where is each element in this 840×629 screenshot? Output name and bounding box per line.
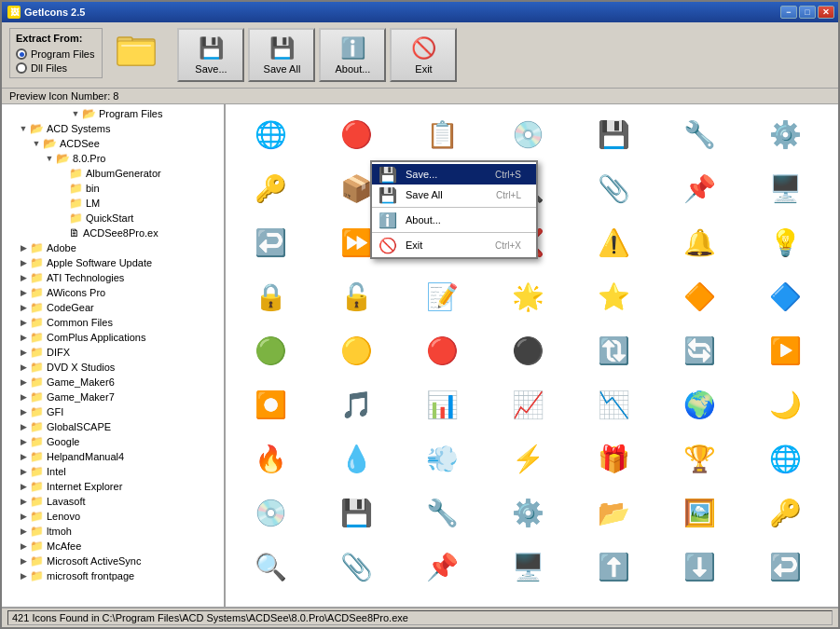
icon-cell[interactable]: 🔸 bbox=[830, 270, 838, 322]
icon-cell[interactable]: 💨 bbox=[401, 432, 483, 485]
tree-item[interactable]: ▶📁AWicons Pro bbox=[4, 285, 222, 300]
icon-cell[interactable]: ⚫ bbox=[487, 324, 569, 376]
icon-cell[interactable]: 💡 bbox=[744, 216, 826, 268]
tree-item[interactable]: 📁bin bbox=[4, 181, 222, 196]
icon-cell[interactable]: 🎨 bbox=[658, 595, 740, 607]
tree-item[interactable]: ▶📁McAfee bbox=[4, 539, 222, 554]
icon-cell[interactable]: 💾 bbox=[572, 108, 654, 160]
icon-cell[interactable]: 📎 bbox=[572, 162, 654, 214]
minimize-button[interactable]: − bbox=[780, 6, 797, 19]
icon-cell[interactable]: ⚠️ bbox=[315, 595, 397, 607]
menu-item-save[interactable]: 💾 Save... Ctrl+S bbox=[372, 164, 536, 185]
icon-cell[interactable]: ☀️ bbox=[830, 378, 838, 431]
save-button[interactable]: 💾 Save... bbox=[177, 28, 244, 82]
icon-cell[interactable]: 💡 bbox=[487, 595, 569, 607]
icon-cell[interactable]: 🔄 bbox=[658, 324, 740, 376]
icon-cell[interactable]: 🔓 bbox=[315, 270, 397, 322]
icon-cell[interactable]: 🌙 bbox=[744, 378, 826, 431]
icon-cell[interactable]: 🔑 bbox=[744, 486, 826, 539]
icon-cell[interactable]: 📉 bbox=[572, 378, 654, 431]
icon-cell[interactable]: ⬆️ bbox=[830, 162, 838, 214]
maximize-button[interactable]: □ bbox=[799, 6, 816, 19]
icon-cell[interactable]: 📝 bbox=[401, 270, 483, 322]
menu-item-save-all[interactable]: 💾 Save All Ctrl+L bbox=[372, 185, 536, 205]
icon-cell[interactable]: 📎 bbox=[315, 540, 397, 593]
tree-item[interactable]: ▶📁Lavasoft bbox=[4, 494, 222, 509]
icon-cell[interactable]: 🔑 bbox=[229, 162, 311, 214]
menu-item-about[interactable]: ℹ️ About... bbox=[372, 210, 536, 230]
tree-item[interactable]: ▶📁CodeGear bbox=[4, 300, 222, 315]
icon-cell[interactable]: ⚠️ bbox=[572, 216, 654, 268]
tree-item[interactable]: ▶📁Google bbox=[4, 434, 222, 449]
icon-cell[interactable]: 🌍 bbox=[658, 378, 740, 431]
icon-cell[interactable]: 💾 bbox=[315, 486, 397, 539]
icon-cell[interactable]: 🔓 bbox=[830, 595, 838, 607]
tree-item[interactable]: ▶📁Game_Maker7 bbox=[4, 390, 222, 404]
icon-cell[interactable]: 🔃 bbox=[572, 324, 654, 376]
tree-item[interactable]: ▶📁Common Files bbox=[4, 315, 222, 330]
icon-cell[interactable]: 🎁 bbox=[572, 432, 654, 485]
icon-cell[interactable]: 📈 bbox=[487, 378, 569, 431]
icon-cell[interactable]: 🔒 bbox=[229, 270, 311, 322]
icon-cell[interactable]: 🖥️ bbox=[744, 162, 826, 214]
icon-cell[interactable]: ⏺️ bbox=[229, 378, 311, 431]
tree-item[interactable]: ▶📁GFI bbox=[4, 404, 222, 419]
tree-item[interactable]: 🗎ACDSee8Pro.ex bbox=[4, 226, 222, 240]
icon-cell[interactable]: 💧 bbox=[315, 432, 397, 485]
exit-button[interactable]: 🚫 Exit bbox=[390, 28, 457, 82]
tree-item[interactable]: ▶📁DVD X Studios bbox=[4, 360, 222, 375]
icon-cell[interactable]: 🟢 bbox=[229, 324, 311, 376]
icon-cell[interactable]: 🔔 bbox=[401, 595, 483, 607]
icon-cell[interactable]: 🔴 bbox=[401, 324, 483, 376]
tree-item[interactable]: 📁AlbumGenerator bbox=[4, 166, 222, 181]
icon-cell[interactable]: ⭐ bbox=[572, 270, 654, 322]
tree-item[interactable]: ▼📂ACDSee bbox=[4, 136, 222, 151]
icon-cell[interactable]: 🔴 bbox=[315, 108, 397, 160]
icon-cell[interactable]: ⚙️ bbox=[744, 108, 826, 160]
tree-panel[interactable]: ▼📂Program Files▼📂ACD Systems▼📂ACDSee▼📂8.… bbox=[2, 104, 226, 607]
icon-cell[interactable]: 🟡 bbox=[315, 324, 397, 376]
icon-cell[interactable]: 💿 bbox=[229, 486, 311, 539]
icon-cell[interactable]: ▶️ bbox=[744, 324, 826, 376]
icon-cell[interactable]: 🔶 bbox=[658, 270, 740, 322]
icon-cell[interactable]: ⚙️ bbox=[487, 486, 569, 539]
icon-cell[interactable]: 📦 bbox=[830, 486, 838, 539]
program-files-radio[interactable]: Program Files bbox=[16, 48, 94, 60]
icon-grid-wrapper[interactable]: 🌐🔴📋💿💾🔧⚙️📂🖼️🔑📦🗑️🔍📎📌🖥️⬆️⬇️↩️⏩✅❌⚠️🔔💡🎯🎨🔒🔓📝🌟⭐… bbox=[226, 104, 838, 607]
icon-cell[interactable]: 🔷 bbox=[744, 270, 826, 322]
icon-cell[interactable]: ⏩ bbox=[830, 540, 838, 593]
tree-item[interactable]: ▼📂ACD Systems bbox=[4, 121, 222, 136]
icon-cell[interactable]: 🔧 bbox=[401, 486, 483, 539]
close-button[interactable]: ✕ bbox=[818, 6, 834, 19]
icon-cell[interactable]: 🎯 bbox=[830, 216, 838, 268]
program-files-radio-button[interactable] bbox=[16, 48, 27, 60]
icon-cell[interactable]: 🌐 bbox=[744, 432, 826, 485]
icon-cell[interactable]: 🎯 bbox=[572, 595, 654, 607]
icon-cell[interactable]: ⬇️ bbox=[658, 540, 740, 593]
icon-cell[interactable]: 🔔 bbox=[658, 216, 740, 268]
menu-item-exit[interactable]: 🚫 Exit Ctrl+X bbox=[372, 235, 536, 255]
tree-item[interactable]: ▶📁Adobe bbox=[4, 240, 222, 255]
tree-item[interactable]: ▶📁ATI Technologies bbox=[4, 270, 222, 285]
icon-cell[interactable]: 🌟 bbox=[487, 270, 569, 322]
tree-item[interactable]: ▶📁Lenovo bbox=[4, 509, 222, 524]
icon-cell[interactable]: ❌ bbox=[229, 595, 311, 607]
tree-item[interactable]: ▶📁Intel bbox=[4, 464, 222, 479]
icon-cell[interactable]: 🏆 bbox=[658, 432, 740, 485]
tree-item[interactable]: ▶📁GlobalSCAPE bbox=[4, 419, 222, 434]
icon-cell[interactable]: 💿 bbox=[487, 108, 569, 160]
about-button[interactable]: ℹ️ About... bbox=[319, 28, 386, 82]
tree-item[interactable]: ▶📁Game_Maker6 bbox=[4, 375, 222, 390]
icon-cell[interactable]: 🔍 bbox=[229, 540, 311, 593]
tree-item[interactable]: ▶📁HelpandManual4 bbox=[4, 449, 222, 464]
icon-cell[interactable]: ↩️ bbox=[229, 216, 311, 268]
tree-item[interactable]: ▶📁ComPlus Applications bbox=[4, 330, 222, 345]
dll-files-radio-button[interactable] bbox=[16, 62, 27, 74]
icon-cell[interactable]: 📌 bbox=[401, 540, 483, 593]
icon-cell[interactable]: 🎵 bbox=[315, 378, 397, 431]
tree-item[interactable]: ▶📁Apple Software Update bbox=[4, 255, 222, 270]
tree-item[interactable]: ▶📁Microsoft ActiveSync bbox=[4, 554, 222, 568]
tree-item[interactable]: ▶📁Internet Explorer bbox=[4, 479, 222, 494]
icon-cell[interactable]: 📂 bbox=[572, 486, 654, 539]
icon-cell[interactable]: 🔴 bbox=[830, 432, 838, 485]
